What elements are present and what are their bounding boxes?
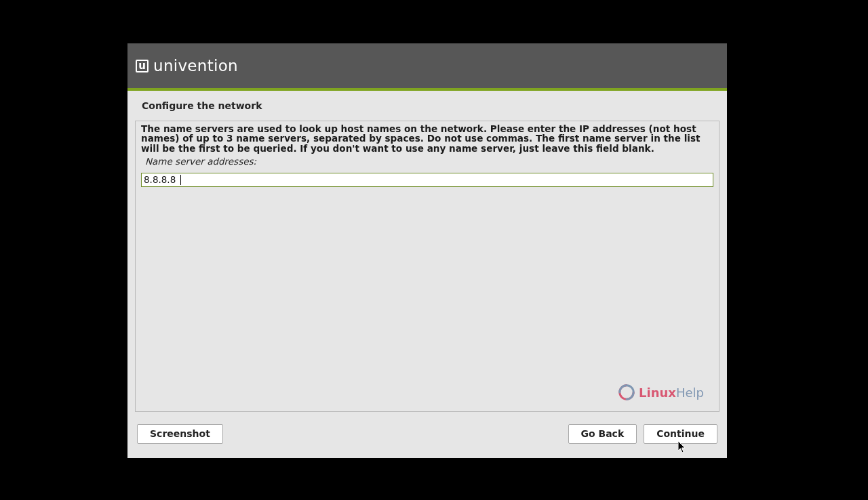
button-bar: Screenshot Go Back Continue bbox=[135, 412, 719, 444]
go-back-button[interactable]: Go Back bbox=[568, 424, 637, 444]
nameserver-input[interactable] bbox=[141, 173, 713, 187]
brand-text: univention bbox=[153, 57, 238, 75]
watermark: LinuxHelp bbox=[618, 384, 704, 400]
config-panel: The name servers are used to look up hos… bbox=[135, 121, 719, 412]
continue-button[interactable]: Continue bbox=[644, 424, 717, 444]
brand-logo-icon: u bbox=[136, 60, 149, 72]
text-caret bbox=[180, 175, 181, 185]
watermark-text-a: Linux bbox=[639, 386, 676, 400]
field-label: Name server addresses: bbox=[145, 156, 713, 167]
page-title: Configure the network bbox=[142, 100, 719, 111]
header-bar: u univention bbox=[127, 43, 727, 88]
installer-window: u univention Configure the network The n… bbox=[127, 43, 727, 458]
screenshot-button[interactable]: Screenshot bbox=[137, 424, 223, 444]
watermark-text: LinuxHelp bbox=[639, 386, 704, 400]
watermark-text-b: Help bbox=[676, 386, 704, 400]
description-text: The name servers are used to look up hos… bbox=[141, 124, 713, 153]
linuxhelp-swirl-icon bbox=[618, 384, 635, 400]
content-area: Configure the network The name servers a… bbox=[127, 91, 727, 458]
